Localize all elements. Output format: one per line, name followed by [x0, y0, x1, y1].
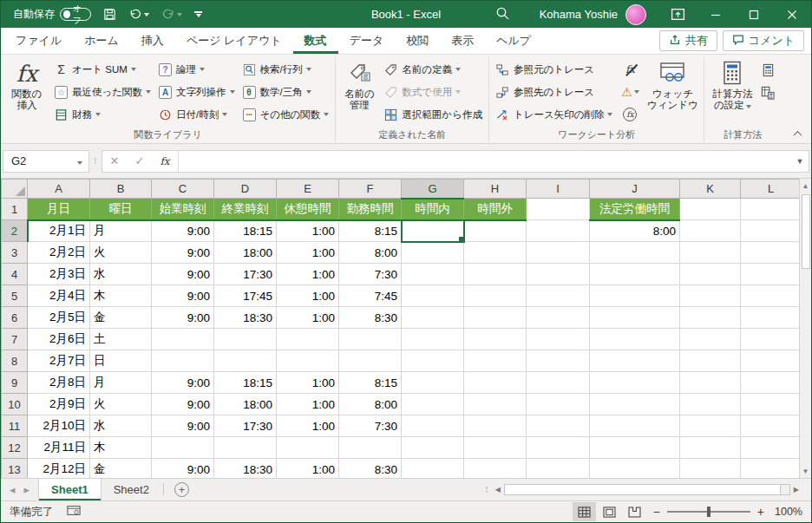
- cell-K1[interactable]: [680, 199, 741, 220]
- cell-C7[interactable]: [152, 329, 214, 350]
- cell-A1[interactable]: 月日: [28, 199, 90, 220]
- cell-E2[interactable]: 1:00: [277, 220, 339, 242]
- cell-A11[interactable]: 2月10日: [28, 415, 90, 437]
- cell-H10[interactable]: [464, 394, 527, 415]
- cell-D2[interactable]: 18:15: [214, 220, 277, 242]
- save-button[interactable]: [103, 8, 116, 21]
- cell-B12[interactable]: 木: [90, 437, 152, 459]
- cell-D6[interactable]: 18:30: [214, 307, 277, 329]
- cell-I10[interactable]: [527, 394, 590, 415]
- define-name-button[interactable]: 名前の定義: [381, 58, 485, 81]
- cell-E8[interactable]: [277, 350, 339, 372]
- cell-J2[interactable]: 8:00: [590, 220, 680, 242]
- column-header-K[interactable]: K: [680, 180, 741, 199]
- cell-H12[interactable]: [464, 437, 527, 459]
- lookup-reference-button[interactable]: 検索/行列: [239, 58, 332, 81]
- cell-G5[interactable]: [402, 285, 464, 307]
- date-time-button[interactable]: 日付/時刻: [155, 103, 238, 126]
- cell-E4[interactable]: 1:00: [277, 264, 339, 285]
- cell-G12[interactable]: [402, 437, 464, 459]
- column-header-C[interactable]: C: [152, 180, 214, 199]
- row-header-8[interactable]: 8: [2, 350, 28, 372]
- cell-L1[interactable]: [741, 199, 802, 220]
- cell-H13[interactable]: [464, 459, 527, 479]
- horizontal-scrollbar[interactable]: [504, 484, 790, 495]
- cell-D10[interactable]: 18:00: [214, 394, 277, 415]
- avatar[interactable]: [625, 4, 646, 25]
- cell-E10[interactable]: 1:00: [277, 394, 339, 415]
- cell-B1[interactable]: 曜日: [90, 199, 152, 220]
- cell-F3[interactable]: 8:00: [339, 242, 402, 264]
- formula-bar-splitter[interactable]: ⁝: [89, 155, 102, 167]
- cell-C5[interactable]: 9:00: [152, 285, 214, 307]
- financial-button[interactable]: 財務: [51, 103, 154, 126]
- cell-G13[interactable]: [402, 459, 464, 479]
- cell-J3[interactable]: [590, 242, 680, 264]
- row-header-13[interactable]: 13: [2, 459, 28, 479]
- cell-J11[interactable]: [590, 415, 680, 437]
- comments-button[interactable]: コメント: [723, 30, 804, 51]
- cell-C10[interactable]: 9:00: [152, 394, 214, 415]
- cell-H5[interactable]: [464, 285, 527, 307]
- autosum-button[interactable]: Σ オート SUM: [51, 58, 154, 81]
- cell-H4[interactable]: [464, 264, 527, 285]
- cell-L13[interactable]: [741, 459, 802, 479]
- cell-F1[interactable]: 勤務時間: [339, 199, 402, 220]
- cell-K8[interactable]: [680, 350, 741, 372]
- zoom-slider-thumb[interactable]: [707, 507, 710, 517]
- trace-precedents-button[interactable]: 参照元のトレース: [493, 58, 616, 81]
- zoom-in-button[interactable]: +: [757, 505, 764, 519]
- cell-D12[interactable]: [214, 437, 277, 459]
- hscroll-right-arrow[interactable]: ▶: [794, 486, 799, 494]
- cell-B4[interactable]: 水: [90, 264, 152, 285]
- more-functions-button[interactable]: ··· その他の関数: [239, 103, 332, 126]
- formula-bar-expand-button[interactable]: ▼: [791, 157, 809, 166]
- cell-A3[interactable]: 2月2日: [28, 242, 90, 264]
- page-break-preview-button[interactable]: [623, 502, 646, 521]
- cell-I13[interactable]: [527, 459, 590, 479]
- cell-F2[interactable]: 8:15: [339, 220, 402, 242]
- cell-E1[interactable]: 休憩時間: [277, 199, 339, 220]
- sheet-nav-right-arrow[interactable]: ▸: [24, 483, 30, 496]
- minimize-button[interactable]: [697, 1, 735, 28]
- cell-J6[interactable]: [590, 307, 680, 329]
- cell-G9[interactable]: [402, 372, 464, 394]
- cell-L6[interactable]: [741, 307, 802, 329]
- cell-C1[interactable]: 始業時刻: [152, 199, 214, 220]
- cell-L5[interactable]: [741, 285, 802, 307]
- cell-C12[interactable]: [152, 437, 214, 459]
- cell-B6[interactable]: 金: [90, 307, 152, 329]
- cell-L8[interactable]: [741, 350, 802, 372]
- account-button[interactable]: Kohama Yoshie: [540, 4, 646, 25]
- cell-H3[interactable]: [464, 242, 527, 264]
- row-header-12[interactable]: 12: [2, 437, 28, 459]
- use-in-formula-button[interactable]: 数式で使用: [381, 81, 485, 103]
- tab-scroll-splitter[interactable]: ⁝: [481, 484, 492, 495]
- cell-K7[interactable]: [680, 329, 741, 350]
- cell-C13[interactable]: 9:00: [152, 459, 214, 479]
- cell-J13[interactable]: [590, 459, 680, 479]
- cell-E6[interactable]: 1:00: [277, 307, 339, 329]
- cell-I12[interactable]: [527, 437, 590, 459]
- column-header-G[interactable]: G: [402, 180, 464, 199]
- cell-L2[interactable]: [741, 220, 802, 242]
- math-trig-button[interactable]: θ 数学/三角: [239, 81, 332, 103]
- new-sheet-button[interactable]: +: [174, 482, 189, 497]
- cell-D3[interactable]: 18:00: [214, 242, 277, 264]
- text-button[interactable]: A 文字列操作: [155, 81, 238, 103]
- watch-window-button[interactable]: ウォッチ ウィンドウ: [645, 58, 700, 114]
- cell-F7[interactable]: [339, 329, 402, 350]
- cell-B8[interactable]: 日: [90, 350, 152, 372]
- cell-B10[interactable]: 火: [90, 394, 152, 415]
- cell-L9[interactable]: [741, 372, 802, 394]
- cell-B11[interactable]: 水: [90, 415, 152, 437]
- cell-F11[interactable]: 7:30: [339, 415, 402, 437]
- create-from-selection-button[interactable]: 選択範囲から作成: [381, 103, 485, 126]
- cell-C8[interactable]: [152, 350, 214, 372]
- cell-J8[interactable]: [590, 350, 680, 372]
- cell-L7[interactable]: [741, 329, 802, 350]
- name-box[interactable]: G2: [3, 150, 89, 173]
- show-formulas-button[interactable]: fx: [625, 58, 635, 81]
- cell-K11[interactable]: [680, 415, 741, 437]
- cell-C2[interactable]: 9:00: [152, 220, 214, 242]
